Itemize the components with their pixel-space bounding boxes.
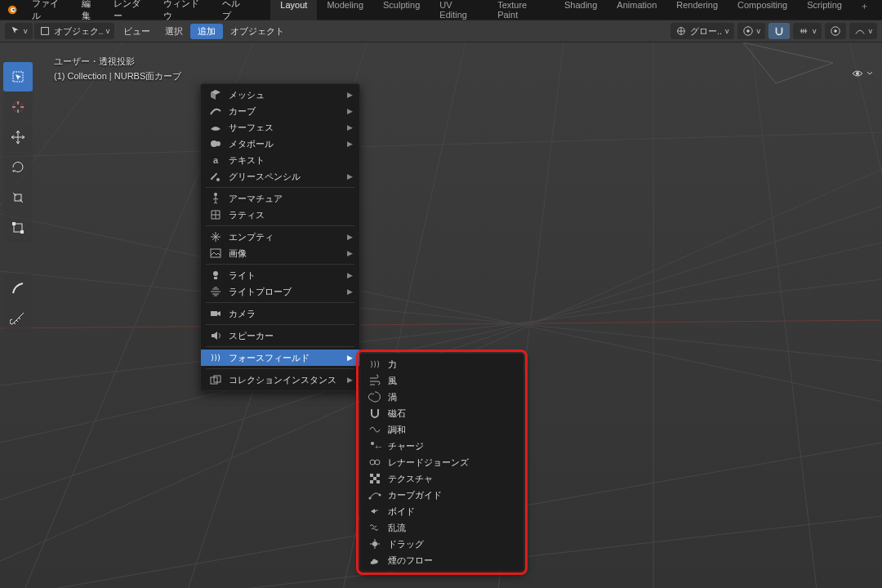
tool-cursor[interactable] bbox=[3, 92, 33, 122]
add-curve[interactable]: カーブ▶ bbox=[201, 103, 359, 119]
snap-toggle[interactable] bbox=[768, 23, 790, 39]
force-icon bbox=[368, 358, 381, 371]
add-text[interactable]: aテキスト bbox=[201, 152, 359, 168]
add-speaker[interactable]: スピーカー bbox=[201, 327, 359, 344]
pivot-icon bbox=[742, 25, 754, 37]
svg-line-27 bbox=[849, 42, 882, 173]
tool-move[interactable] bbox=[3, 122, 33, 152]
svg-point-44 bbox=[371, 442, 374, 445]
grease-pencil-icon bbox=[209, 170, 222, 183]
header-select[interactable]: 選択 bbox=[158, 25, 190, 38]
lattice-icon bbox=[209, 208, 222, 221]
image-icon bbox=[209, 247, 222, 260]
boid-icon bbox=[368, 505, 381, 518]
object-mode-icon bbox=[39, 25, 51, 37]
svg-rect-50 bbox=[373, 477, 376, 480]
magnet-icon bbox=[368, 407, 381, 420]
svg-point-5 bbox=[746, 29, 750, 33]
ff-harmonic[interactable]: 調和 bbox=[360, 421, 523, 438]
svg-point-46 bbox=[370, 460, 375, 465]
svg-rect-41 bbox=[211, 311, 217, 316]
ff-turbulence[interactable]: 乱流 bbox=[360, 519, 523, 536]
svg-point-28 bbox=[856, 72, 859, 75]
add-lattice[interactable]: ラティス bbox=[201, 207, 359, 223]
ff-drag[interactable]: ドラッグ bbox=[360, 536, 523, 552]
proportional-icon bbox=[830, 25, 841, 37]
forcefield-icon bbox=[209, 351, 222, 364]
ff-vortex[interactable]: 渦 bbox=[360, 389, 523, 405]
cursor-icon bbox=[10, 25, 21, 37]
viewport-collection-label: (1) Collection | NURBS面カーブ bbox=[54, 69, 181, 83]
svg-point-47 bbox=[375, 460, 380, 465]
smoke-icon bbox=[368, 554, 381, 567]
viewport-perspective-label: ユーザー・透視投影 bbox=[54, 54, 181, 69]
wind-icon bbox=[368, 374, 381, 387]
orientation-icon bbox=[675, 25, 687, 37]
add-empty[interactable]: エンプティ▶ bbox=[201, 229, 359, 245]
svg-point-8 bbox=[834, 29, 837, 33]
tool-rotate[interactable] bbox=[3, 153, 33, 182]
visibility-dropdown[interactable] bbox=[851, 67, 874, 80]
ff-force[interactable]: 力 bbox=[360, 356, 523, 372]
light-icon bbox=[209, 269, 222, 282]
editor-type-dropdown[interactable]: v bbox=[5, 23, 33, 39]
text-icon: a bbox=[209, 154, 222, 167]
ff-curve-guide[interactable]: カーブガイド bbox=[360, 487, 523, 503]
svg-point-37 bbox=[216, 178, 220, 181]
armature-icon bbox=[209, 192, 222, 205]
ff-charge[interactable]: +−チャージ bbox=[360, 438, 523, 454]
snap-increment-icon bbox=[798, 25, 809, 37]
svg-point-54 bbox=[379, 494, 381, 497]
add-metaball[interactable]: メタボール▶ bbox=[201, 136, 359, 152]
curve-icon bbox=[209, 105, 222, 118]
svg-text:+−: +− bbox=[375, 443, 381, 451]
add-light-probe[interactable]: ライトプローブ▶ bbox=[201, 283, 359, 300]
falloff-icon bbox=[854, 25, 866, 37]
svg-rect-39 bbox=[211, 249, 220, 257]
add-mesh[interactable]: メッシュ▶ bbox=[201, 87, 359, 103]
curveguide-icon bbox=[368, 488, 381, 501]
header-object[interactable]: オブジェクト bbox=[223, 25, 292, 38]
collection-icon bbox=[209, 373, 222, 386]
ff-boid[interactable]: ボイド bbox=[360, 503, 523, 519]
add-grease-pencil[interactable]: グリースペンシル▶ bbox=[201, 168, 359, 185]
svg-point-53 bbox=[369, 497, 372, 500]
tool-scale[interactable] bbox=[3, 183, 33, 212]
svg-point-2 bbox=[12, 9, 15, 11]
mesh-icon bbox=[209, 88, 222, 101]
mode-dropdown[interactable]: オブジェク..v bbox=[34, 23, 115, 39]
header-add[interactable]: 追加 bbox=[190, 24, 223, 39]
pivot-dropdown[interactable]: v bbox=[737, 23, 766, 39]
add-force-field[interactable]: フォースフィールド▶ bbox=[201, 350, 359, 366]
ff-smoke-flow[interactable]: 煙のフロー bbox=[360, 552, 523, 568]
add-surface[interactable]: サーフェス▶ bbox=[201, 119, 359, 136]
tool-select-box[interactable] bbox=[3, 62, 33, 91]
tool-measure[interactable] bbox=[3, 304, 33, 333]
proportional-edit-toggle[interactable] bbox=[825, 23, 846, 39]
orientation-dropdown[interactable]: グロー..v bbox=[670, 23, 734, 39]
svg-rect-34 bbox=[20, 230, 24, 234]
proportional-menu[interactable]: v bbox=[849, 23, 878, 39]
svg-line-26 bbox=[751, 42, 817, 588]
magnet-icon bbox=[773, 25, 785, 37]
svg-rect-33 bbox=[12, 222, 16, 225]
ff-lennard-jones[interactable]: レナードジョーンズ bbox=[360, 454, 523, 470]
snap-menu[interactable]: v bbox=[793, 23, 822, 39]
speaker-icon bbox=[209, 329, 222, 342]
blender-logo-icon bbox=[5, 3, 18, 16]
add-armature[interactable]: アーマチュア bbox=[201, 190, 359, 207]
drag-icon bbox=[368, 537, 381, 550]
tool-transform[interactable] bbox=[3, 213, 33, 243]
add-image[interactable]: 画像▶ bbox=[201, 245, 359, 261]
ff-texture[interactable]: テクスチャ bbox=[360, 470, 523, 487]
tool-annotate[interactable] bbox=[3, 274, 33, 303]
add-collection-instance[interactable]: コレクションインスタンス▶ bbox=[201, 372, 359, 388]
ff-wind[interactable]: 風 bbox=[360, 372, 523, 389]
charge-icon: +− bbox=[368, 439, 381, 452]
add-light[interactable]: ライト▶ bbox=[201, 267, 359, 283]
ff-magnetic[interactable]: 磁石 bbox=[360, 405, 523, 421]
lennard-icon bbox=[368, 456, 381, 469]
header-view[interactable]: ビュー bbox=[116, 25, 158, 38]
metaball-icon bbox=[209, 137, 222, 150]
add-camera[interactable]: カメラ bbox=[201, 305, 359, 322]
